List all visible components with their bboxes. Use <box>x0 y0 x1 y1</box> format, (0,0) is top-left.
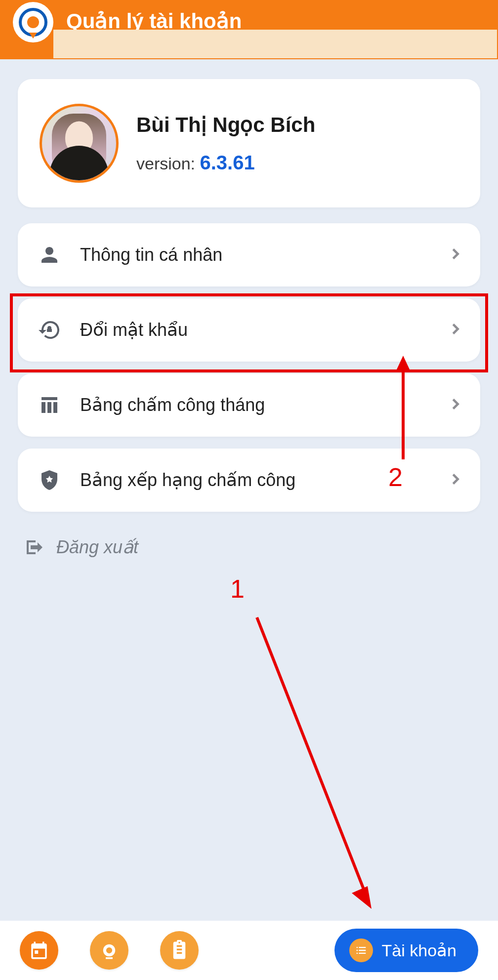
clipboard-icon <box>169 940 190 961</box>
bottom-nav: Tài khoản <box>0 921 498 980</box>
chevron-right-icon <box>449 322 462 338</box>
nav-calendar-button[interactable] <box>20 931 58 970</box>
svg-line-2 <box>257 617 366 894</box>
camera-icon <box>99 940 120 961</box>
list-icon <box>349 939 373 962</box>
menu-item-personal-info[interactable]: Thông tin cá nhân <box>18 223 480 286</box>
chevron-right-icon <box>449 397 462 413</box>
chevron-right-icon <box>449 472 462 488</box>
nav-camera-button[interactable] <box>90 931 128 970</box>
app-logo <box>13 2 53 42</box>
app-header: Quản lý tài khoản <box>0 0 498 59</box>
logout-button[interactable]: Đăng xuất <box>18 524 480 571</box>
menu-label: Thông tin cá nhân <box>80 245 449 265</box>
logout-icon <box>22 535 45 559</box>
profile-name: Bùi Thị Ngọc Bích <box>136 113 315 137</box>
annotation-number-1: 1 <box>230 574 245 604</box>
annotation-arrow-1 <box>237 603 385 921</box>
person-icon <box>36 241 63 269</box>
shield-star-icon <box>36 466 63 494</box>
calendar-icon <box>29 940 49 961</box>
nav-account-label: Tài khoản <box>382 940 456 960</box>
menu-label: Đổi mật khẩu <box>80 320 449 340</box>
version-label: version: <box>136 154 200 173</box>
nav-account-button[interactable]: Tài khoản <box>334 929 478 972</box>
nav-clipboard-button[interactable] <box>160 931 199 970</box>
menu-item-change-password[interactable]: Đổi mật khẩu <box>18 298 480 362</box>
svg-marker-1 <box>396 356 410 370</box>
header-accent-strip <box>53 30 497 58</box>
restore-lock-icon <box>36 316 63 344</box>
table-chart-icon <box>36 391 63 419</box>
chevron-right-icon <box>449 247 462 263</box>
logout-label: Đăng xuất <box>56 537 138 558</box>
profile-card: Bùi Thị Ngọc Bích version: 6.3.61 <box>18 79 480 207</box>
svg-marker-3 <box>352 886 372 909</box>
avatar <box>40 104 119 183</box>
annotation-number-2: 2 <box>388 462 403 492</box>
app-version: version: 6.3.61 <box>136 152 315 174</box>
annotation-arrow-2 <box>393 356 413 466</box>
version-number: 6.3.61 <box>200 152 255 173</box>
